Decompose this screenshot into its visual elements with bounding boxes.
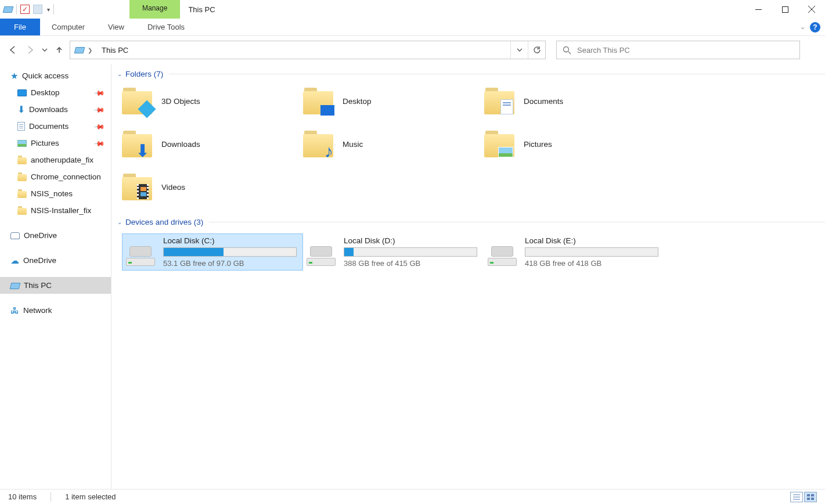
sidebar-label: This PC [24, 281, 52, 290]
contextual-tab-group: Manage [129, 0, 180, 19]
sidebar-item-label: Chrome_connection [31, 172, 101, 181]
folder-item[interactable]: 3D Objects [122, 85, 303, 117]
sidebar-item[interactable]: Desktop📌 [0, 84, 111, 101]
breadcrumb-root[interactable]: ❯ [70, 41, 97, 59]
svg-point-4 [564, 46, 569, 52]
sidebar-item[interactable]: ⬇Downloads📌 [0, 101, 111, 118]
folder-icon [17, 208, 27, 215]
main-area: ★ Quick access Desktop📌⬇Downloads📌Docume… [0, 64, 825, 489]
picture-icon [17, 140, 27, 147]
app-icon [3, 6, 14, 13]
group-header-drives[interactable]: ⌄ Devices and drives (3) [111, 212, 825, 230]
sidebar-network[interactable]: 🖧 Network [0, 302, 111, 319]
close-button[interactable] [798, 0, 825, 19]
sidebar-item-label: NSIS-Installer_fix [31, 206, 91, 215]
svg-rect-12 [811, 498, 814, 500]
group-label: Folders [125, 70, 152, 78]
ribbon-tabs: File Computer View Drive Tools ⌄ ? [0, 19, 825, 36]
document-icon [17, 122, 25, 131]
qat-properties-icon[interactable]: ✓ [20, 5, 30, 14]
tab-computer[interactable]: Computer [40, 19, 96, 35]
breadcrumb-thispc[interactable]: This PC [97, 41, 133, 59]
sidebar-this-pc[interactable]: This PC [0, 277, 111, 294]
folder-label: Desktop [343, 97, 372, 106]
sidebar-item[interactable]: Pictures📌 [0, 135, 111, 152]
search-icon [563, 46, 571, 55]
sidebar-onedrive-local[interactable]: OneDrive [0, 227, 111, 244]
sidebar-item-label: Desktop [31, 88, 60, 97]
pin-icon: 📌 [93, 137, 106, 149]
qat-dropdown-icon[interactable]: ▾ [47, 6, 50, 13]
address-dropdown-button[interactable] [510, 41, 528, 59]
drive-capacity-bar [525, 247, 658, 257]
status-selected-count: 1 item selected [65, 492, 116, 501]
help-icon[interactable]: ? [810, 22, 820, 33]
forward-button[interactable] [23, 43, 37, 57]
sidebar-item[interactable]: NSIS-Installer_fix [0, 202, 111, 219]
drive-label: Local Disk (E:) [525, 236, 662, 245]
recent-locations-button[interactable] [41, 43, 49, 57]
sidebar-item[interactable]: Documents📌 [0, 118, 111, 135]
sidebar-label: Quick access [22, 71, 69, 80]
maximize-button[interactable] [772, 0, 798, 19]
svg-line-5 [568, 52, 571, 54]
drive-label: Local Disk (C:) [163, 236, 299, 245]
drive-free-text: 418 GB free of 418 GB [525, 259, 662, 268]
tiles-view-button[interactable] [804, 492, 817, 502]
group-count: 3 [196, 218, 201, 226]
separator [16, 4, 17, 15]
folder-icon [17, 157, 27, 164]
search-box[interactable] [556, 41, 800, 59]
folder-icon: ⬇ [122, 131, 152, 157]
sidebar-onedrive-cloud[interactable]: ☁ OneDrive [0, 252, 111, 269]
sidebar-item-label: Downloads [29, 105, 68, 114]
sidebar-quick-access[interactable]: ★ Quick access [0, 67, 111, 84]
folder-item[interactable]: Videos [122, 171, 303, 203]
minimize-button[interactable] [745, 0, 772, 19]
drives-grid: Local Disk (C:)53.1 GB free of 97.0 GBLo… [111, 230, 825, 271]
drive-label: Local Disk (D:) [344, 236, 481, 245]
expand-ribbon-icon[interactable]: ⌄ [800, 23, 805, 31]
group-label: Devices and drives [125, 218, 192, 226]
drive-item[interactable]: Local Disk (E:)418 GB free of 418 GB [484, 233, 665, 271]
svg-rect-9 [807, 494, 810, 496]
drive-item[interactable]: Local Disk (D:)388 GB free of 415 GB [303, 233, 484, 271]
chevron-down-icon: ⌄ [117, 219, 122, 225]
title-bar: ✓ ▾ Manage This PC [0, 0, 825, 19]
manage-context-tab[interactable]: Manage [129, 0, 180, 19]
tab-view[interactable]: View [96, 19, 136, 35]
sidebar-label: OneDrive [24, 231, 57, 240]
qat-newfolder-icon[interactable] [33, 5, 42, 14]
chevron-right-icon: ❯ [88, 47, 92, 53]
folder-icon [122, 174, 152, 200]
folders-grid: 3D ObjectsDesktopDocuments⬇Downloads♪Mus… [111, 82, 825, 212]
sidebar-item[interactable]: anotherupdate_fix [0, 152, 111, 168]
group-count: 7 [156, 70, 161, 78]
navigation-pane: ★ Quick access Desktop📌⬇Downloads📌Docume… [0, 64, 111, 489]
folder-item[interactable]: Documents [484, 85, 665, 117]
group-header-folders[interactable]: ⌄ Folders (7) [111, 64, 825, 82]
svg-rect-10 [811, 494, 814, 496]
back-button[interactable] [6, 43, 20, 57]
details-view-button[interactable] [790, 492, 803, 502]
drive-item[interactable]: Local Disk (C:)53.1 GB free of 97.0 GB [122, 233, 303, 271]
folder-label: Music [343, 140, 363, 149]
search-input[interactable] [577, 46, 794, 55]
tab-file[interactable]: File [0, 19, 40, 35]
sidebar-item[interactable]: Chrome_connection [0, 168, 111, 185]
download-icon: ⬇ [17, 106, 25, 114]
folder-item[interactable]: Pictures [484, 128, 665, 160]
sidebar-item[interactable]: NSIS_notes [0, 185, 111, 202]
folder-item[interactable]: Desktop [303, 85, 484, 117]
pin-icon: 📌 [93, 120, 106, 132]
refresh-button[interactable] [528, 41, 545, 59]
folder-item[interactable]: ⬇Downloads [122, 128, 303, 160]
folder-label: Documents [524, 97, 563, 106]
cloud-icon: ☁ [10, 255, 19, 266]
address-bar[interactable]: ❯ This PC [70, 41, 546, 59]
up-button[interactable] [52, 43, 66, 57]
folder-icon [484, 88, 514, 114]
sidebar-item-label: Pictures [31, 139, 59, 147]
folder-item[interactable]: ♪Music [303, 128, 484, 160]
tab-drive-tools[interactable]: Drive Tools [136, 19, 196, 35]
